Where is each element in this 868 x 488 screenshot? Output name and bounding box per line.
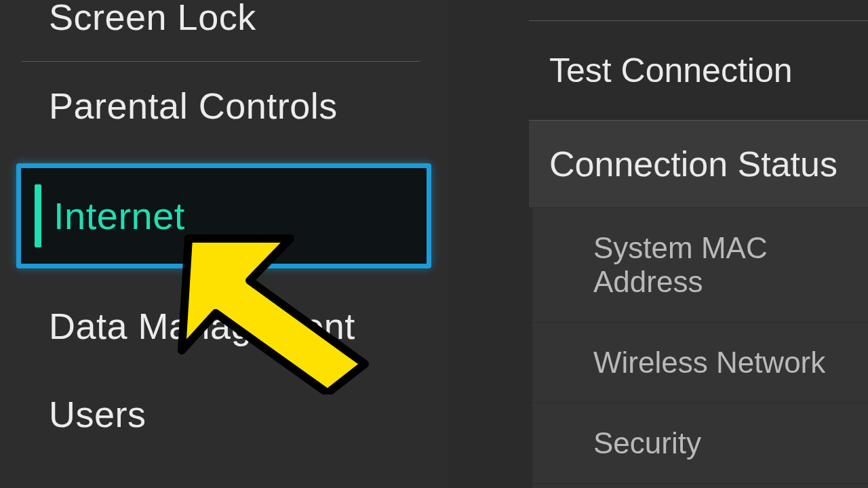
status-field-mac: System MAC Address bbox=[532, 207, 868, 322]
field-label: System MAC Address bbox=[593, 231, 768, 298]
row-label: Connection Status bbox=[549, 144, 837, 184]
status-field-wireless: Wireless Network bbox=[532, 322, 868, 403]
sidebar-item-label: Internet bbox=[54, 195, 185, 237]
test-connection-row[interactable]: Test Connection bbox=[448, 21, 868, 120]
settings-screen: Screen Lock Parental Controls Internet D… bbox=[0, 0, 868, 488]
sidebar-item-label: Users bbox=[49, 394, 146, 434]
sidebar-item-internet[interactable]: Internet bbox=[16, 163, 431, 268]
sidebar-item-data-management[interactable]: Data Management bbox=[0, 282, 448, 370]
sidebar-item-users[interactable]: Users bbox=[0, 370, 448, 458]
connection-status-header[interactable]: Connection Status bbox=[529, 121, 868, 207]
sidebar-item-label: Screen Lock bbox=[49, 0, 256, 37]
sidebar-item-screen-lock[interactable]: Screen Lock bbox=[0, 0, 448, 61]
settings-sidebar: Screen Lock Parental Controls Internet D… bbox=[0, 0, 448, 488]
status-field-channel: Channel bbox=[532, 483, 868, 488]
row-label: Test Connection bbox=[549, 52, 793, 89]
sidebar-item-parental-controls[interactable]: Parental Controls bbox=[0, 62, 448, 150]
status-field-security: Security bbox=[532, 403, 868, 483]
sidebar-item-label: Parental Controls bbox=[49, 85, 338, 126]
selection-indicator bbox=[35, 184, 41, 247]
internet-settings-panel: Test Connection Connection Status System… bbox=[448, 0, 868, 488]
field-label: Wireless Network bbox=[593, 346, 825, 379]
sidebar-item-label: Data Management bbox=[49, 306, 355, 346]
field-label: Security bbox=[593, 426, 701, 460]
